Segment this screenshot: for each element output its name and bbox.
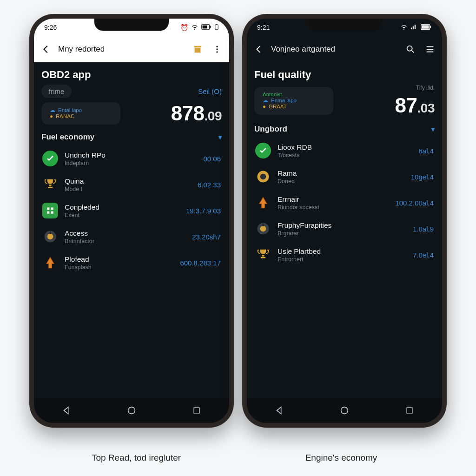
cloud-icon: ☁ <box>50 107 55 113</box>
back-icon[interactable] <box>253 44 264 55</box>
wifi-icon <box>191 24 198 32</box>
svg-point-15 <box>128 407 135 414</box>
app-bar: Mny redorted <box>34 36 229 62</box>
list-item[interactable]: Usle PlartbedEntrornert 7.0el,4 <box>254 242 435 268</box>
list-item[interactable]: Undnch RPoIndeplarn 00:06 <box>41 145 222 172</box>
caption-right: Engine's economy <box>239 453 443 463</box>
filter-chip[interactable]: frime <box>41 85 72 98</box>
section-fuel-economy: Fuel economy ▾ Undnch RPoIndeplarn 00:06 <box>41 132 222 276</box>
svg-rect-1 <box>203 25 207 28</box>
search-icon[interactable] <box>405 44 416 55</box>
list-item[interactable]: QuinaMode l 6.02.33 <box>41 172 222 198</box>
svg-rect-10 <box>47 212 49 214</box>
svg-rect-11 <box>51 212 53 214</box>
battery-icon <box>201 24 212 32</box>
section-ungbord: Ungbord ▾ Lioox RDBT/ocests 6al,4 <box>254 125 435 268</box>
appbar-title: Mny redorted <box>58 45 185 54</box>
hero: Antonist ☁ Enma lapo ● GRAAT Tify ilid. <box>254 85 435 117</box>
svg-rect-4 <box>216 24 218 24</box>
dot-icon: ● <box>263 104 266 109</box>
phone-left: 9:26 ⏰ Mny redo <box>29 14 234 428</box>
wifi-icon <box>400 24 408 32</box>
list-item[interactable]: RamaDoned 10gel.4 <box>254 164 435 190</box>
filter-row: frime Seil (O) <box>41 85 222 98</box>
hero-card[interactable]: ☁ Ental lapo ● RANAC <box>41 102 120 125</box>
svg-rect-3 <box>215 24 218 29</box>
svg-rect-19 <box>430 26 431 28</box>
caption-left: Top Read, tod iregluter <box>34 453 238 463</box>
trophy-icon <box>255 247 271 263</box>
hero-line2: ● GRAAT <box>263 104 325 109</box>
hero-line1: ☁ Ental lapo <box>50 107 112 113</box>
menu-icon[interactable] <box>424 44 436 55</box>
hero-card[interactable]: Antonist ☁ Enma lapo ● GRAAT <box>254 87 333 115</box>
ring-icon <box>255 169 271 185</box>
notch <box>94 19 169 31</box>
svg-point-5 <box>216 46 218 47</box>
svg-rect-25 <box>263 224 264 226</box>
list-item[interactable]: PlofeadFunsplash 600.8.283:17 <box>41 250 222 276</box>
back-icon[interactable] <box>40 44 52 55</box>
section-header[interactable]: Fuel economy ▾ <box>41 132 222 142</box>
arrow-up-icon <box>42 255 58 271</box>
arrow-up-icon <box>255 195 271 211</box>
svg-rect-18 <box>422 25 429 28</box>
nav-home[interactable] <box>125 403 139 417</box>
svg-point-26 <box>341 407 348 414</box>
content: Fuel quality Antonist ☁ Enma lapo ● GRAA… <box>247 62 442 398</box>
list-item[interactable]: ErrnairRiundor socesst 100.2.00al,4 <box>254 190 435 216</box>
phone-right: 9:21 Vonjneo artganted <box>242 14 447 428</box>
battery-icon <box>421 24 432 32</box>
kebab-icon[interactable] <box>212 44 223 55</box>
list: Lioox RDBT/ocests 6al,4 RamaDoned 10gel.… <box>254 138 435 268</box>
cloud-icon: ☁ <box>263 97 268 104</box>
svg-point-20 <box>407 46 412 51</box>
svg-point-7 <box>216 51 218 53</box>
svg-rect-2 <box>210 26 211 28</box>
svg-point-6 <box>216 48 218 50</box>
svg-rect-8 <box>47 207 49 210</box>
nav-home[interactable] <box>337 403 351 417</box>
app-bar: Vonjneo artganted <box>247 36 442 62</box>
trophy-icon <box>42 177 58 192</box>
page-title: Fuel quality <box>254 69 435 81</box>
dial-icon <box>42 229 58 245</box>
chevron-down-icon: ▾ <box>431 126 435 133</box>
signal-icon <box>410 24 418 32</box>
svg-rect-9 <box>51 207 53 210</box>
check-icon <box>42 151 58 166</box>
list-item[interactable]: ConplededExent 19:3.7.9:03 <box>41 198 222 224</box>
dial-icon <box>255 221 271 237</box>
content: OBD2 app frime Seil (O) ☁ Ental lapo ● R… <box>34 62 229 398</box>
list: Undnch RPoIndeplarn 00:06 QuinaMode l 6.… <box>41 145 222 276</box>
section-header[interactable]: Ungbord ▾ <box>254 125 435 134</box>
chevron-down-icon: ▾ <box>218 133 222 141</box>
nav-recent[interactable] <box>190 403 204 417</box>
grid-icon <box>42 203 58 218</box>
clock: 9:21 <box>257 24 270 31</box>
hero: ☁ Ental lapo ● RANAC 878.09 <box>41 102 222 125</box>
svg-rect-16 <box>194 408 199 413</box>
list-item[interactable]: AccessBritnnfactor 23.20sh7 <box>41 224 222 250</box>
filter-link[interactable]: Seil (O) <box>198 87 222 95</box>
hero-line2: ● RANAC <box>50 113 112 119</box>
nav-bar <box>34 398 229 423</box>
page-title: OBD2 app <box>41 69 222 81</box>
list-item[interactable]: Lioox RDBT/ocests 6al,4 <box>254 138 435 164</box>
list-item[interactable]: FruphyFurapitiesBrgrarar 1.0al,9 <box>254 216 435 242</box>
archive-icon[interactable] <box>192 44 203 55</box>
hero-value: 878.09 <box>171 102 222 125</box>
hero-value: 87.03 <box>395 94 435 117</box>
svg-point-24 <box>260 226 266 232</box>
section-title: Ungbord <box>254 125 287 134</box>
nav-bar <box>247 398 442 423</box>
nav-recent[interactable] <box>403 403 416 417</box>
appbar-title: Vonjneo artganted <box>271 45 398 54</box>
notch <box>307 19 382 31</box>
dot-icon: ● <box>50 113 53 119</box>
svg-rect-27 <box>407 408 412 413</box>
nav-back[interactable] <box>272 403 286 417</box>
hero-hint: Tify ilid. <box>395 85 435 91</box>
check-icon <box>255 143 271 159</box>
nav-back[interactable] <box>60 403 73 417</box>
